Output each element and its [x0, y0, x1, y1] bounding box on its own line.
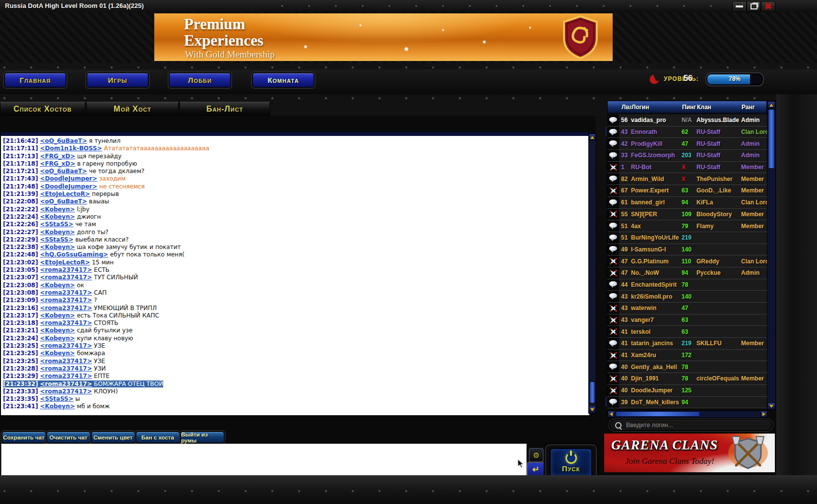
- chat-username-link[interactable]: <EtoJeLectoR>: [40, 190, 90, 197]
- chat-username-link[interactable]: <DoodleJumper>: [40, 175, 98, 182]
- chat-username-link[interactable]: <FRG_xD>: [40, 153, 75, 160]
- chat-username-link[interactable]: <oO_6uBaeT>: [40, 168, 87, 175]
- header-rank[interactable]: Ранг: [742, 104, 766, 111]
- chat-username-link[interactable]: <roma237417>: [40, 342, 92, 349]
- clear-chat-button[interactable]: Очистить чат: [46, 431, 91, 443]
- chat-username-link[interactable]: <roma237417>: [40, 358, 92, 365]
- chat-scroll-up-button[interactable]: [589, 133, 596, 141]
- chat-username-link[interactable]: <Kobeyn>: [40, 403, 75, 410]
- chat-username-link[interactable]: <roma237417>: [40, 319, 92, 326]
- chat-username-link[interactable]: <Kobeyn>: [40, 335, 75, 342]
- chat-username-link[interactable]: <SStaSS>: [40, 221, 73, 228]
- chat-username-link[interactable]: <roma237417>: [40, 305, 92, 312]
- tab-host-list[interactable]: Список Хостов: [0, 102, 85, 116]
- chat-username-link[interactable]: <EtoJeLectoR>: [40, 259, 90, 266]
- user-row[interactable]: 43kr26iSmoll.pro140: [607, 291, 767, 303]
- chat-username-link[interactable]: <hQ.GoSsuGaming>: [40, 251, 109, 258]
- chat-username-link[interactable]: <roma237417>: [40, 289, 92, 296]
- user-row[interactable]: 40DoodleJumper125: [607, 385, 767, 397]
- user-scroll-handle[interactable]: [768, 109, 775, 169]
- chat-scrollbar[interactable]: [588, 133, 596, 414]
- maximize-button[interactable]: [747, 1, 761, 12]
- user-list-horizontal-scrollbar[interactable]: [607, 410, 768, 418]
- chat-username-link[interactable]: <SStaSS>: [40, 395, 73, 402]
- minimize-button[interactable]: [732, 1, 747, 12]
- chat-username-link[interactable]: <FRG_xD>: [40, 160, 75, 167]
- ban-from-host-button[interactable]: Бан с хоста: [135, 431, 180, 443]
- user-row[interactable]: 47No._.NoW94PycckueAdmin: [607, 267, 767, 279]
- chat-username-link[interactable]: <roma237417>: [40, 274, 92, 281]
- header-ping[interactable]: Пинг: [682, 104, 697, 111]
- chat-username-link[interactable]: <DoodleJumper>: [40, 183, 98, 190]
- settings-button[interactable]: ⚙: [529, 448, 544, 462]
- chat-username-link[interactable]: <Kobeyn>: [40, 229, 75, 236]
- user-row[interactable]: 47G.G.Platinum110GReddyClan Lord: [607, 255, 767, 267]
- chat-username-link[interactable]: <oO_6uBaeT>: [40, 137, 87, 144]
- save-chat-button[interactable]: Сохранить чат: [1, 431, 46, 443]
- user-row[interactable]: 40Gently_aka_Hell78: [607, 361, 767, 373]
- user-row[interactable]: 67Power.Expert63GooD._.LikeMember: [607, 185, 767, 197]
- tab-ban-list[interactable]: Бан-Лист: [180, 102, 270, 116]
- login-search-input[interactable]: [625, 421, 772, 429]
- header-level[interactable]: Лвл: [620, 104, 631, 111]
- launch-game-button[interactable]: Пуск: [550, 448, 592, 478]
- user-scroll-down-button[interactable]: [767, 402, 775, 410]
- chat-username-link[interactable]: <Kobeyn>: [40, 312, 75, 319]
- chat-username-link[interactable]: <SStaSS>: [40, 236, 73, 243]
- tab-my-host[interactable]: Мой Хост: [86, 102, 179, 116]
- user-row[interactable]: 43waterwin47: [607, 303, 767, 315]
- chat-username-link[interactable]: <Kobeyn>: [40, 327, 75, 334]
- user-row[interactable]: 51BurNingYoUrLife219: [607, 232, 767, 244]
- user-row[interactable]: 42ProdigyKill47RU-StaffAdmin: [607, 138, 767, 150]
- nav-button-lobby[interactable]: Лобби: [169, 72, 231, 88]
- user-scroll-left-button[interactable]: [608, 411, 615, 418]
- premium-ad-banner[interactable]: Premium Experiences With Gold Membership: [154, 13, 613, 61]
- user-row[interactable]: 55SN]I[PER109BloodyStoryMember: [607, 209, 767, 221]
- chat-username-link[interactable]: <roma237417>: [40, 297, 92, 304]
- user-row[interactable]: 82Armin_WildXThePunisherMember: [607, 173, 767, 185]
- user-row[interactable]: 44EnchantedSpirit78: [607, 279, 767, 291]
- nav-button-room[interactable]: Комната: [252, 72, 314, 88]
- nav-button-home[interactable]: Главная: [4, 72, 66, 88]
- user-list-vertical-scrollbar[interactable]: [767, 101, 776, 410]
- user-row[interactable]: 33FeGS.Izomorph203RU-StaffAdmin: [607, 150, 767, 162]
- close-button[interactable]: ✖: [761, 1, 775, 12]
- chat-username-link[interactable]: <oO_6uBaeT>: [40, 198, 87, 205]
- user-row[interactable]: 514ax79FlamyMember: [607, 220, 767, 232]
- chat-username-link[interactable]: <Kobeyn>: [40, 206, 75, 213]
- garena-clans-banner[interactable]: GARENA CLANS Join Garena Clans Today!: [604, 434, 775, 472]
- user-row[interactable]: 41tatarin_jancins219SKILLFUMember: [607, 338, 767, 350]
- user-hscroll-handle[interactable]: [616, 411, 700, 417]
- send-message-button[interactable]: ↵: [527, 462, 545, 477]
- chat-username-link[interactable]: <Kobeyn>: [40, 213, 75, 220]
- user-row[interactable]: 39DoT_MeN_killers94: [607, 397, 767, 409]
- user-row[interactable]: 40Djin_199178circleOFequalsMember: [607, 373, 767, 385]
- user-scroll-up-button[interactable]: [767, 101, 775, 109]
- chat-username-link[interactable]: <roma237417>: [40, 380, 92, 387]
- user-row[interactable]: 61banned_girl94KiFLaClan Lord: [607, 197, 767, 209]
- user-row[interactable]: 41terskol63: [607, 326, 767, 338]
- chat-scroll-down-button[interactable]: [589, 406, 596, 413]
- user-row[interactable]: 43Ennorath62RU-StaffClan Lord: [607, 126, 767, 138]
- header-clan[interactable]: Клан: [697, 104, 742, 111]
- user-scroll-right-button[interactable]: [760, 411, 767, 418]
- chat-username-link[interactable]: <Kobeyn>: [40, 244, 75, 251]
- chat-username-link[interactable]: <roma237417>: [40, 365, 92, 372]
- change-color-button[interactable]: Сменить цвет: [91, 431, 135, 443]
- user-row[interactable]: 56vadidas_proN/AAbyssus.BladeAdmin: [607, 115, 767, 126]
- chat-username-link[interactable]: <Kobeyn>: [40, 282, 75, 289]
- chat-username-link[interactable]: <roma237417>: [40, 388, 92, 395]
- chat-username-link[interactable]: <Dom1n1k-BOSS>: [40, 145, 102, 152]
- user-row[interactable]: 1RU-BotXRU-StaffMember: [607, 162, 767, 174]
- chat-username-link[interactable]: <Kobeyn>: [40, 350, 75, 357]
- header-login[interactable]: Логин: [631, 104, 682, 111]
- leave-room-button[interactable]: Выйти из румы: [180, 431, 225, 443]
- crossed-swords-icon: [609, 305, 618, 312]
- chat-scroll-handle[interactable]: [589, 381, 595, 403]
- chat-username-link[interactable]: <roma237417>: [40, 266, 92, 273]
- nav-button-games[interactable]: Игры: [86, 72, 149, 88]
- user-row[interactable]: 49I-SamsunG-I140: [607, 244, 767, 256]
- chat-username-link[interactable]: <roma237417>: [40, 373, 92, 379]
- user-row[interactable]: 43vanger763: [607, 315, 767, 326]
- user-row[interactable]: 41Xam24ru172: [607, 350, 767, 362]
